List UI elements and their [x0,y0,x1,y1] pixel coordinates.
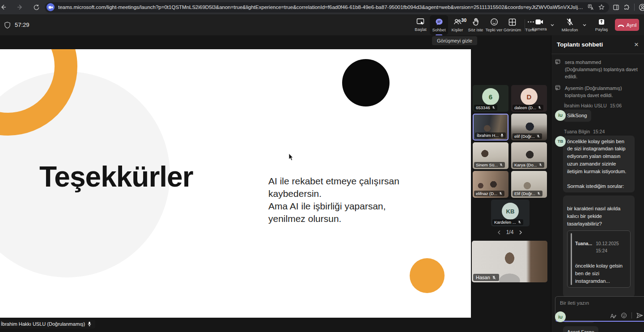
share-tray-label: Paylaş [595,27,608,32]
message-group: TB öncelikle kolay gelsin ben de sizi in… [555,136,640,301]
mic-chevron-icon[interactable] [582,23,587,27]
camera-button[interactable]: Kamera [530,15,549,35]
mic-off-icon [491,106,496,110]
mic-off-icon [491,275,496,280]
participant-tile[interactable]: KB Kardelen ... [491,200,530,226]
share-tray-button[interactable]: Paylaş [591,15,612,35]
close-icon[interactable]: × [634,41,639,48]
cursor-arrow [288,153,294,161]
system-event: Aysemin (Doğrulanmamış) toplantıya davet… [555,85,640,99]
shared-slide[interactable]: Teşekkürler AI ile rekabet etmeye çalışı… [0,49,471,318]
avatar: İU [555,110,566,121]
url-text: teams.microsoft.com/light-meetings/launc… [58,4,584,10]
participant-name: elifnaz (D... [476,191,497,196]
send-icon[interactable] [636,312,643,319]
presenter-name-pill: İbrahim Hakkı USLU (Doğrulanmamış) [0,320,95,328]
mic-on-icon [500,133,504,138]
slide-black-circle [342,59,390,106]
camera-label: Kamera [532,26,547,31]
system-event-text: Aysemin (Doğrulanmamış) toplantıya davet… [565,85,640,99]
side-panel-icon[interactable] [613,4,619,11]
people-label: Kişiler [452,27,463,32]
react-label: Tepki ver [485,27,502,32]
spotlight-tile[interactable]: Hasan [472,241,547,282]
message-input[interactable] [555,297,644,310]
mic-off-icon [536,134,540,138]
people-button[interactable]: 30 Kişiler [448,15,466,35]
leave-button[interactable]: Ayrıl [615,19,639,31]
sender-name: İbrahim Hakkı USLU [564,103,607,108]
participant-tile[interactable]: 6 653346 [473,85,508,112]
prev-page-icon[interactable] [497,230,501,235]
browser-chrome: teams.microsoft.com/light-meetings/launc… [0,0,644,14]
translate-icon[interactable] [588,4,594,10]
camera-chevron-icon[interactable] [550,23,555,27]
chat-button[interactable]: Sohbet [430,15,448,35]
share-screen-label: Başlat [415,27,426,32]
participant-name: Sinem Sü... [476,162,498,167]
system-event: sera mohammed (Doğrulanmamış) toplantıya… [555,59,640,81]
format-pen-icon[interactable] [610,313,616,319]
view-label: Görünüm [504,27,521,32]
next-page-icon[interactable] [519,230,522,235]
react-button[interactable]: Tepki ver [485,15,503,35]
message-sender-row: Tuana Bilgin15:24 [564,129,640,134]
view-button[interactable]: Görünüm [503,15,521,35]
extensions-icon[interactable] [623,4,630,11]
mic-on-icon [87,321,92,327]
mic-button[interactable]: Mikrofon [558,15,581,35]
chat-message-with-quote: bir karakteri nasıl akılda kalıcı bir şe… [563,196,635,298]
participant-name: daleen (D... [514,105,536,110]
participant-tile[interactable]: Sinem Sü... [473,142,508,169]
chat-label: Sohbet [432,27,445,32]
raise-hand-button[interactable]: Söz iste [466,15,485,35]
message-compose-box[interactable] [555,296,644,322]
participant-tile[interactable]: elif (Doğr... [511,114,547,140]
emoji-icon[interactable] [621,312,627,319]
slide-body-text: AI ile rekabet etmeye çalışırsan kaybede… [268,175,399,225]
chat-tooltip: Görüşmeyi gizle [432,36,477,45]
chat-message-text: bir karakteri nasıl akılda kalıcı bir şe… [567,206,620,226]
quote-author: Tuana... [575,240,592,254]
mic-label: Mikrofon [562,27,578,32]
participant-tile[interactable]: Karya (Do... [511,142,547,169]
leave-label: Ayrıl [627,22,637,28]
participant-tile[interactable]: elifnaz (D... [473,171,508,198]
chat-message: SilkSong [563,110,591,122]
page-indicator: 1/4 [506,229,514,235]
system-event-text: sera mohammed (Doğrulanmamış) toplantıya… [565,59,640,81]
teams-meeting-window: teams.microsoft.com/light-meetings/launc… [0,0,644,332]
reload-icon[interactable] [30,1,42,13]
back-icon[interactable] [0,1,9,13]
message-time: 15:06 [610,103,622,108]
participant-tile[interactable]: D daleen (D... [511,85,547,112]
participant-tile-speaking[interactable]: İbrahim H... [473,114,508,140]
avatar: KB [502,203,519,220]
meeting-toolbar: 57:29 Başlat Sohbet 30 Kişiler Söz iste [0,14,644,35]
mic-off-icon [538,106,542,110]
chat-panel: Toplantı sohbeti × sera mohammed (Doğrul… [551,35,644,332]
share-screen-button[interactable]: Başlat [411,15,430,35]
participant-name: Karya (Do... [514,162,537,167]
bookmark-star-icon[interactable] [598,4,605,10]
calendar-invite-icon [555,85,561,90]
message-time: 15:24 [593,129,605,134]
slide-orange-circle [410,258,445,293]
chat-message: Asset Forge [563,326,598,332]
profile-icon[interactable] [639,4,644,11]
slide-title: Teşekkürler [39,160,193,193]
meeting-timer: 57:29 [15,21,30,28]
people-count: 30 [461,17,466,23]
forward-icon[interactable] [14,1,26,13]
raise-hand-label: Söz iste [468,27,483,32]
participant-tile[interactable]: Elif (Doğr... [511,171,547,198]
shield-icon [4,21,11,29]
sender-name: Tuana Bilgin [564,129,590,134]
url-bar[interactable]: teams.microsoft.com/light-meetings/launc… [45,2,609,13]
quote-time: 10.12.2025 15:24 [596,240,627,254]
rail-pager: 1/4 [472,229,548,235]
mic-off-icon [538,163,542,167]
participant-name: 653346 [476,105,490,110]
presenter-name: İbrahim Hakkı USLU (Doğrulanmamış) [1,321,85,327]
avatar: 6 [482,88,499,105]
